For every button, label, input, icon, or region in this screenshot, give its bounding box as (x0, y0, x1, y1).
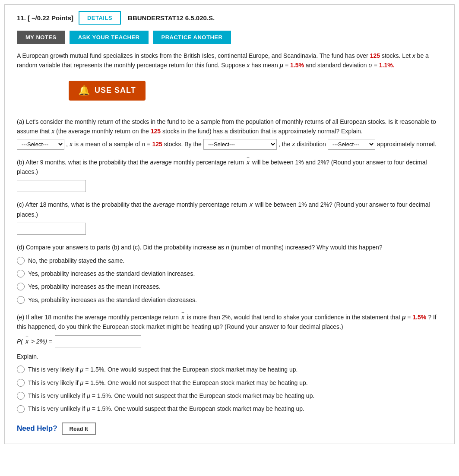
part-d-radio-2[interactable] (17, 270, 25, 277)
part-d-option-3: Yes, probability increases as the mean i… (17, 282, 442, 291)
salt-icon: 🔔 (78, 85, 90, 96)
part-a-select-1[interactable]: ---Select--- Yes No (17, 139, 64, 150)
part-e-radio-1[interactable] (17, 366, 25, 373)
question-number: 11. [ –/0.22 Points] (17, 14, 73, 22)
part-a-select-3[interactable]: ---Select--- is is not (328, 139, 375, 150)
part-d-option-2: Yes, probability increases as the standa… (17, 269, 442, 278)
practice-another-button[interactable]: PRACTICE ANOTHER (153, 31, 231, 44)
part-e-radio-group: This is very likely if μ = 1.5%. One wou… (17, 365, 442, 414)
part-b-input[interactable] (17, 180, 86, 192)
problem-id: BBUNDERSTAT12 6.5.020.S. (128, 14, 215, 22)
part-e-radio-2[interactable] (17, 379, 25, 387)
part-d-radio-4[interactable] (17, 296, 25, 304)
part-e-option-1: This is very likely if μ = 1.5%. One wou… (17, 365, 442, 374)
part-d-radio-3[interactable] (17, 283, 25, 290)
part-a: (a) Let's consider the monthly return of… (17, 117, 442, 150)
part-d: (d) Compare your answers to parts (b) an… (17, 243, 442, 305)
part-e-option-4: This is very unlikely if μ = 1.5%. One w… (17, 404, 442, 413)
part-d-radio-group: No, the probability stayed the same. Yes… (17, 256, 442, 305)
details-button[interactable]: DETAILS (79, 11, 121, 25)
part-b: (b) After 9 months, what is the probabil… (17, 158, 442, 192)
part-e-probability-input[interactable] (55, 335, 141, 347)
part-c: (c) After 18 months, what is the probabi… (17, 200, 442, 235)
problem-text: A European growth mutual fund specialize… (17, 51, 442, 70)
part-d-option-1: No, the probability stayed the same. (17, 256, 442, 265)
use-salt-button[interactable]: 🔔 USE SALT (69, 81, 146, 101)
part-e-option-3: This is very unlikely if μ = 1.5%. One w… (17, 391, 442, 400)
part-a-select-2[interactable]: ---Select--- central limit theorem law o… (203, 139, 277, 150)
part-e: (e) If after 18 months the average month… (17, 312, 442, 414)
part-d-radio-1[interactable] (17, 257, 25, 265)
part-d-option-4: Yes, probability increases as the standa… (17, 295, 442, 305)
action-buttons: MY NOTES ASK YOUR TEACHER PRACTICE ANOTH… (17, 31, 442, 44)
my-notes-button[interactable]: MY NOTES (17, 31, 65, 44)
need-help-text: Need Help? (17, 424, 57, 433)
part-c-input[interactable] (17, 223, 86, 235)
part-e-radio-3[interactable] (17, 392, 25, 400)
read-it-button[interactable]: Read It (62, 422, 96, 435)
ask-teacher-button[interactable]: ASK YOUR TEACHER (70, 31, 149, 44)
part-e-radio-4[interactable] (17, 405, 25, 413)
part-e-option-2: This is very likely if μ = 1.5%. One wou… (17, 378, 442, 388)
need-help-bar: Need Help? Read It (17, 422, 442, 435)
